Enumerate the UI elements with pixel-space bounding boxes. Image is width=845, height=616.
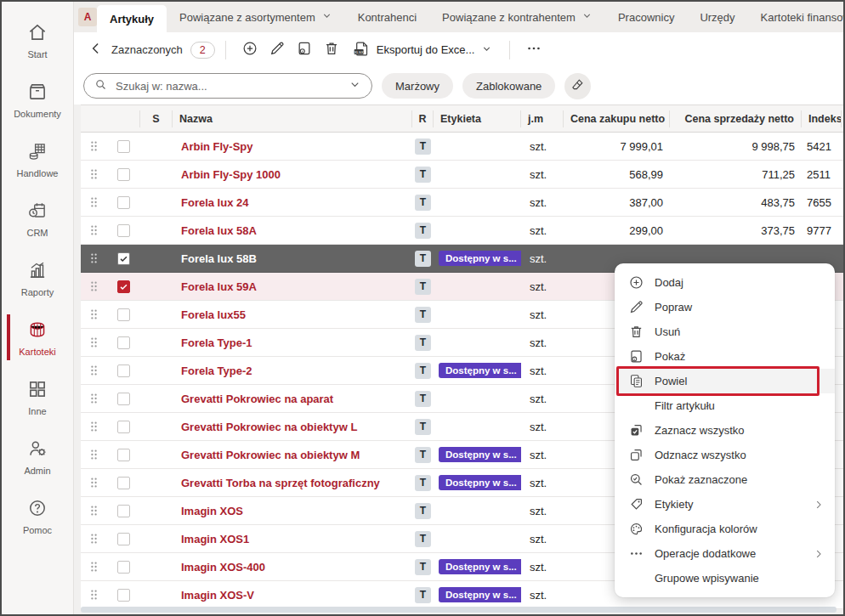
article-name[interactable]: Grevatti Pokrowiec na obiektyw M (173, 449, 412, 461)
row-checkbox[interactable] (117, 589, 130, 602)
menu-item-konfiguracja-kolorow[interactable]: Konfiguracja kolorów (615, 517, 835, 541)
column-header[interactable]: Etykieta (434, 110, 521, 127)
article-name[interactable]: Forela lux 24 (173, 196, 412, 209)
tab-kontrahenci[interactable]: Kontrahenci (345, 2, 429, 32)
menu-item-usun[interactable]: Usuń (615, 319, 835, 344)
tab-artykuly[interactable]: Artykuły (97, 5, 167, 32)
row-checkbox[interactable] (117, 140, 130, 153)
article-name[interactable]: Imagin XOS (173, 505, 412, 517)
row-checkbox[interactable] (117, 252, 130, 265)
chevron-down-icon[interactable] (349, 78, 361, 94)
tab-kartoteki-finansowe[interactable]: Kartoteki finansowe (748, 2, 843, 32)
drag-handle-icon[interactable] (90, 533, 98, 545)
tab-powiazane-z-asortymentem[interactable]: Powiązane z asortymentem (167, 2, 345, 32)
drag-handle-icon[interactable] (90, 280, 98, 292)
row-checkbox[interactable] (117, 196, 130, 209)
article-name[interactable]: Grevatti Pokrowiec na aparat (173, 393, 412, 405)
drag-handle-icon[interactable] (90, 589, 98, 601)
column-header[interactable]: Indeks k (802, 110, 842, 127)
row-checkbox[interactable] (117, 168, 130, 181)
row-checkbox[interactable] (117, 449, 130, 461)
drag-handle-icon[interactable] (90, 561, 98, 573)
drag-handle-icon[interactable] (90, 308, 98, 320)
column-header[interactable]: S (140, 110, 173, 127)
drag-handle-icon[interactable] (90, 140, 98, 152)
show-button[interactable] (291, 37, 318, 64)
row-checkbox[interactable] (117, 505, 130, 517)
drag-handle-icon[interactable] (90, 252, 98, 264)
menu-item-powiel[interactable]: Powiel (615, 369, 835, 393)
row-checkbox[interactable] (117, 336, 130, 349)
drag-handle-icon[interactable] (90, 168, 98, 180)
row-checkbox[interactable] (117, 421, 130, 433)
article-name[interactable]: Arbin Fly-Spy 1000 (173, 168, 412, 181)
column-header[interactable]: Cena zakupu netto (564, 110, 670, 127)
menu-item-pokaz-zaznaczone[interactable]: Pokaż zaznaczone (615, 467, 835, 492)
sidebar-item-inne[interactable]: Inne (2, 370, 73, 423)
sidebar-item-raporty[interactable]: Raporty (2, 251, 73, 304)
drag-handle-icon[interactable] (90, 505, 98, 517)
drag-handle-icon[interactable] (90, 365, 98, 376)
column-header[interactable]: j.m (521, 110, 564, 127)
article-name[interactable]: Forela Type-2 (173, 365, 412, 377)
menu-item-zaznacz-wszystko[interactable]: Zaznacz wszystko (615, 418, 835, 443)
drag-handle-icon[interactable] (90, 224, 98, 236)
article-name[interactable]: Forela lux55 (173, 308, 412, 321)
article-name[interactable]: Arbin Fly-Spy (173, 140, 412, 153)
row-checkbox[interactable] (117, 561, 130, 574)
drag-handle-icon[interactable] (90, 196, 98, 208)
back-button[interactable] (82, 37, 110, 64)
row-checkbox[interactable] (117, 224, 130, 237)
column-header[interactable]: Cena sprzedaży netto (670, 110, 802, 127)
sidebar-item-pomoc[interactable]: Pomoc (2, 489, 73, 542)
row-checkbox[interactable] (117, 393, 130, 405)
more-options-button[interactable] (520, 37, 547, 64)
drag-handle-icon[interactable] (90, 393, 98, 404)
menu-item-operacje-dodatkowe[interactable]: Operacje dodatkowe (615, 541, 835, 566)
drag-handle-icon[interactable] (90, 336, 98, 348)
article-name[interactable]: Forela lux 59A (173, 280, 412, 293)
article-name[interactable]: Imagin XOS1 (173, 533, 412, 545)
delete-button[interactable] (318, 37, 345, 64)
sidebar-item-admin[interactable]: Admin (2, 430, 73, 483)
export-excel-button[interactable]: XLSX Eksportuj do Exce... (345, 40, 500, 60)
filter-pill-marzowy[interactable]: Marżowy (382, 73, 453, 99)
article-name[interactable]: Grevatti Torba na sprzęt fotograficzny (173, 477, 412, 489)
horizontal-scrollbar[interactable] (81, 607, 836, 613)
clear-filters-button[interactable] (564, 73, 591, 99)
sidebar-item-kartoteki[interactable]: Kartoteki (2, 311, 73, 364)
menu-item-dodaj[interactable]: Dodaj (615, 270, 835, 295)
sidebar-item-handlowe[interactable]: Handlowe (2, 133, 73, 185)
article-name[interactable]: Forela lux 58B (173, 252, 412, 265)
menu-item-pokaz[interactable]: Pokaż (615, 344, 835, 369)
column-header[interactable]: Nazwa (173, 110, 412, 127)
tab-urzedy[interactable]: Urzędy (687, 2, 747, 32)
row-checkbox[interactable] (117, 308, 130, 321)
drag-handle-icon[interactable] (90, 449, 98, 461)
filter-pill-zablokowane[interactable]: Zablokowane (462, 73, 555, 99)
row-checkbox[interactable] (117, 365, 130, 377)
row-checkbox[interactable] (117, 533, 130, 545)
tab-powiazane-z-kontrahentem[interactable]: Powiązane z kontrahentem (429, 2, 605, 32)
column-header[interactable]: R (412, 110, 434, 127)
drag-handle-icon[interactable] (90, 477, 98, 489)
table-row[interactable]: Arbin Fly-Spy 1000Tszt.568,99711,252511 (81, 161, 843, 189)
table-row[interactable]: Forela lux 58ATszt.299,00373,759777 (81, 217, 843, 245)
row-checkbox[interactable] (117, 280, 130, 293)
menu-item-popraw[interactable]: Popraw (615, 295, 835, 319)
search-input[interactable] (114, 79, 342, 93)
table-row[interactable]: Forela lux 24Tszt.387,00483,757655 (81, 189, 843, 217)
drag-handle-icon[interactable] (90, 421, 98, 432)
sidebar-item-start[interactable]: Start (2, 14, 73, 66)
article-name[interactable]: Imagin XOS-400 (173, 561, 412, 574)
menu-item-odznacz-wszystko[interactable]: Odznacz wszystko (615, 443, 835, 467)
tab-pracownicy[interactable]: Pracownicy (605, 2, 687, 32)
sidebar-item-crm[interactable]: CRM (2, 192, 73, 245)
article-name[interactable]: Forela Type-1 (173, 336, 412, 349)
menu-item-etykiety[interactable]: Etykiety (615, 492, 835, 517)
article-name[interactable]: Forela lux 58A (173, 224, 412, 237)
add-button[interactable] (236, 37, 264, 64)
sidebar-item-dokumenty[interactable]: Dokumenty (2, 73, 73, 126)
table-row[interactable]: Arbin Fly-SpyTszt.7 999,019 998,755421 (81, 133, 843, 161)
edit-button[interactable] (264, 37, 291, 64)
